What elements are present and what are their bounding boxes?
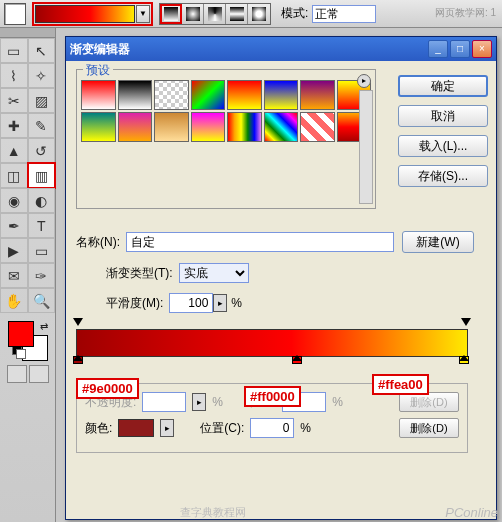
name-label: 名称(N): (76, 234, 120, 251)
opacity-input (142, 392, 186, 412)
preset-swatch[interactable] (227, 80, 262, 110)
crop-tool[interactable]: ✂ (0, 88, 28, 113)
delete-opacity-button: 删除(D) (399, 392, 459, 412)
color-dropdown-icon[interactable]: ▸ (160, 419, 174, 437)
marquee-tool[interactable]: ▭ (0, 38, 28, 63)
gradient-type-label: 渐变类型(T): (106, 265, 173, 282)
gradient-bar-area (76, 329, 468, 357)
annotation-color-2: #ff0000 (244, 386, 301, 407)
preset-swatch[interactable] (81, 80, 116, 110)
linear-gradient-button[interactable] (160, 4, 182, 24)
foreground-swatch[interactable] (8, 321, 34, 347)
angle-gradient-button[interactable] (204, 4, 226, 24)
position2-label: 位置(C): (200, 420, 244, 437)
slice-tool[interactable]: ▨ (28, 88, 56, 113)
history-brush-tool[interactable]: ↺ (28, 138, 56, 163)
toolbox: ▭ ↖ ⌇ ✧ ✂ ▨ ✚ ✎ ▲ ↺ ◫ ▥ ◉ ◐ ✒ T ▶ ▭ ✉ ✑ … (0, 28, 56, 522)
color-label: 颜色: (85, 420, 112, 437)
color-swatch[interactable] (118, 419, 154, 437)
cancel-button[interactable]: 取消 (398, 105, 488, 127)
name-input[interactable] (126, 232, 394, 252)
opacity-dropdown-icon: ▸ (192, 393, 206, 411)
load-button[interactable]: 载入(L)... (398, 135, 488, 157)
maximize-button[interactable]: □ (450, 40, 470, 58)
shape-tool[interactable]: ▭ (28, 238, 56, 263)
smoothness-input[interactable] (169, 293, 213, 313)
diamond-gradient-button[interactable] (248, 4, 270, 24)
gradient-preview-highlight: ▼ (32, 2, 153, 26)
tool-preset-swatch[interactable] (4, 3, 26, 25)
move-tool[interactable]: ↖ (28, 38, 56, 63)
default-colors-icon[interactable] (12, 345, 26, 359)
quickmask-mode-button[interactable] (29, 365, 49, 383)
gradient-type-select[interactable]: 实底 (179, 263, 249, 283)
gradient-bar[interactable] (76, 329, 468, 357)
preset-swatch[interactable] (300, 112, 335, 142)
preset-label: 预设 (83, 62, 113, 79)
preset-swatch[interactable] (227, 112, 262, 142)
heal-tool[interactable]: ✚ (0, 113, 28, 138)
wand-tool[interactable]: ✧ (28, 63, 56, 88)
gradient-type-group (159, 3, 271, 25)
swap-colors-icon[interactable]: ⇄ (40, 321, 48, 332)
gradient-picker[interactable] (35, 5, 135, 23)
preset-swatch[interactable] (118, 80, 153, 110)
gradient-dropdown-icon[interactable]: ▼ (136, 5, 150, 23)
toolbox-grip[interactable] (0, 28, 55, 38)
notes-tool[interactable]: ✉ (0, 263, 28, 288)
watermark-bottom: PConline (445, 505, 498, 520)
preset-swatch[interactable] (154, 80, 189, 110)
minimize-button[interactable]: _ (428, 40, 448, 58)
hand-tool[interactable]: ✋ (0, 288, 28, 313)
preset-swatch[interactable] (300, 80, 335, 110)
reflected-gradient-button[interactable] (226, 4, 248, 24)
blend-mode-label: 模式: (281, 5, 308, 22)
preset-swatch[interactable] (264, 80, 299, 110)
new-button[interactable]: 新建(W) (402, 231, 474, 253)
brush-tool[interactable]: ✎ (28, 113, 56, 138)
color-stop-3[interactable] (459, 356, 471, 370)
percent-label: % (231, 296, 242, 310)
stamp-tool[interactable]: ▲ (0, 138, 28, 163)
eraser-tool[interactable]: ◫ (0, 163, 28, 188)
position2-input[interactable] (250, 418, 294, 438)
color-stop-1[interactable] (73, 356, 85, 370)
delete-color-button[interactable]: 删除(D) (399, 418, 459, 438)
type-tool[interactable]: T (28, 213, 56, 238)
color-stop-2[interactable] (292, 356, 304, 370)
watermark-bottom2: 查字典教程网 (180, 505, 246, 520)
blend-mode-select[interactable]: 正常 (312, 5, 376, 23)
preset-swatch[interactable] (118, 112, 153, 142)
lasso-tool[interactable]: ⌇ (0, 63, 28, 88)
preset-swatch[interactable] (191, 80, 226, 110)
preset-scrollbar[interactable] (359, 90, 373, 204)
dialog-title: 渐变编辑器 (70, 41, 426, 58)
opacity-stop-left[interactable] (73, 318, 83, 328)
save-button[interactable]: 存储(S)... (398, 165, 488, 187)
smoothness-dropdown-icon[interactable]: ▸ (213, 294, 227, 312)
fg-bg-swatches: ⇄ (8, 321, 48, 361)
path-select-tool[interactable]: ▶ (0, 238, 28, 263)
preset-swatch[interactable] (264, 112, 299, 142)
close-button[interactable]: × (472, 40, 492, 58)
ok-button[interactable]: 确定 (398, 75, 488, 97)
annotation-color-3: #ffea00 (372, 374, 429, 395)
opacity-stop-right[interactable] (461, 318, 471, 328)
preset-swatch[interactable] (81, 112, 116, 142)
pen-tool[interactable]: ✒ (0, 213, 28, 238)
blur-tool[interactable]: ◉ (0, 188, 28, 213)
eyedropper-tool[interactable]: ✑ (28, 263, 56, 288)
radial-gradient-button[interactable] (182, 4, 204, 24)
dialog-titlebar[interactable]: 渐变编辑器 _ □ × (66, 37, 496, 61)
dodge-tool[interactable]: ◐ (28, 188, 56, 213)
preset-menu-icon[interactable]: ▸ (357, 74, 371, 88)
preset-panel: 预设 ▸ (76, 69, 376, 209)
preset-swatch[interactable] (191, 112, 226, 142)
preset-swatch[interactable] (154, 112, 189, 142)
gradient-tool[interactable]: ▥ (28, 163, 56, 188)
watermark-top: 网页教学网: 1 (435, 6, 496, 20)
gradient-editor-dialog: 渐变编辑器 _ □ × 预设 ▸ (65, 36, 497, 520)
zoom-tool[interactable]: 🔍 (28, 288, 56, 313)
options-bar: ▼ 模式: 正常 网页教学网: 1 (0, 0, 502, 28)
standard-mode-button[interactable] (7, 365, 27, 383)
